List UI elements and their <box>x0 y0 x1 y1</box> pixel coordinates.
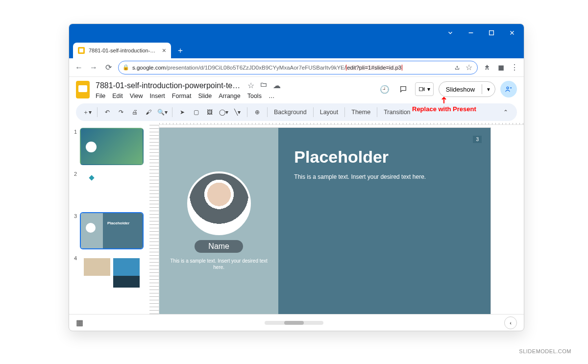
shape-tool[interactable]: ◯▾ <box>218 109 229 116</box>
window-dropdown-icon[interactable] <box>446 29 454 37</box>
menu-arrange[interactable]: Arrange <box>219 93 240 99</box>
window-maximize-button[interactable] <box>488 29 495 37</box>
browser-tab[interactable]: 7881-01-self-introduction-powe × <box>73 43 171 58</box>
menu-edit[interactable]: Edit <box>112 93 123 99</box>
explore-button[interactable]: ‹ <box>504 316 517 329</box>
document-title[interactable]: 7881-01-self-introduction-powerpoint-tem… <box>96 81 243 90</box>
share-url-icon[interactable] <box>453 64 462 71</box>
image-tool[interactable]: 🖼 <box>204 109 215 116</box>
star-icon[interactable]: ☆ <box>247 81 255 90</box>
paint-format-button[interactable]: 🖌 <box>143 109 154 116</box>
name-pill[interactable]: Name <box>195 240 243 253</box>
zoom-button[interactable]: 🔍▾ <box>157 109 168 116</box>
nav-forward-button[interactable]: → <box>89 63 98 72</box>
browser-tabstrip: 7881-01-self-introduction-powe × ＋ <box>69 42 524 58</box>
left-subtext[interactable]: This is a sample text. Insert your desir… <box>164 258 273 270</box>
toolbar-layout[interactable]: Layout <box>318 109 341 116</box>
nav-back-button[interactable]: ← <box>74 63 84 72</box>
window-minimize-button[interactable] <box>467 29 475 37</box>
slide-thumbnail-1[interactable] <box>80 128 144 165</box>
menu-view[interactable]: View <box>130 93 143 99</box>
undo-button[interactable]: ↶ <box>102 109 113 116</box>
url-text: s.google.com/presentation/d/1D9CiL08o5T6… <box>132 65 450 71</box>
svg-rect-0 <box>490 31 494 35</box>
slide-body[interactable]: This is a sample text. Insert your desir… <box>294 173 475 180</box>
browser-toolbar: ← → ⟳ 🔒 s.google.com/presentation/d/1D9C… <box>69 58 524 77</box>
tab-close-icon[interactable]: × <box>162 47 166 54</box>
slide-canvas[interactable]: 3 Name This is a sample text. Insert you… <box>159 125 524 314</box>
thumb-number: 1 <box>72 128 77 165</box>
url-highlight: edit?pli=1#slide=id.p3 <box>346 65 402 71</box>
new-tab-button[interactable]: ＋ <box>174 44 187 57</box>
extensions-icon[interactable] <box>483 64 491 71</box>
comments-icon[interactable] <box>396 82 410 96</box>
print-button[interactable]: 🖨 <box>129 109 140 116</box>
slideshow-dropdown-icon[interactable]: ▼ <box>482 87 495 92</box>
slide-title[interactable]: Placeholder <box>294 147 475 167</box>
menu-format[interactable]: Format <box>172 93 192 99</box>
move-folder-icon[interactable] <box>260 81 268 90</box>
doc-header: 7881-01-self-introduction-powerpoint-tem… <box>69 77 524 101</box>
vertical-ruler <box>149 125 159 314</box>
slides-favicon <box>78 47 85 54</box>
watermark: SLIDEMODEL.COM <box>519 348 571 354</box>
status-bar: ▦ ‹ <box>69 314 524 331</box>
edit-area: 1 2 3 Placeholder 4 <box>69 123 524 314</box>
toolbar-collapse-icon[interactable]: ⌃ <box>500 109 511 116</box>
share-button[interactable] <box>500 81 517 97</box>
toolbar-theme[interactable]: Theme <box>349 109 372 116</box>
header-actions: 🕘 ▾ Slideshow ▼ <box>378 81 517 97</box>
select-tool[interactable]: ➤ <box>177 109 188 116</box>
lock-icon: 🔒 <box>122 64 129 71</box>
slides-logo-icon[interactable] <box>76 81 90 98</box>
slide-content[interactable]: 3 Name This is a sample text. Insert you… <box>159 128 490 314</box>
present-meet-button[interactable]: ▾ <box>415 82 434 96</box>
menu-insert[interactable]: Insert <box>150 93 165 99</box>
slide-left-column: Name This is a sample text. Insert your … <box>159 128 278 314</box>
bookmark-star-icon[interactable]: ☆ <box>465 63 473 72</box>
browser-menu-icon[interactable]: ⋮ <box>510 63 519 72</box>
slide-thumbnail-4[interactable] <box>80 254 144 291</box>
address-bar[interactable]: 🔒 s.google.com/presentation/d/1D9CiL08o5… <box>118 61 478 74</box>
menu-bar: File Edit View Insert Format Slide Arran… <box>96 93 372 99</box>
browser-window: 7881-01-self-introduction-powe × ＋ ← → ⟳… <box>69 24 524 331</box>
slide-right-column: Placeholder This is a sample text. Inser… <box>278 128 490 314</box>
menu-more[interactable]: … <box>269 93 275 99</box>
toolbar-background[interactable]: Background <box>272 109 309 116</box>
svg-point-1 <box>507 87 509 89</box>
account-icon[interactable]: ◼ <box>496 63 505 72</box>
menu-file[interactable]: File <box>96 93 105 99</box>
toolbar-transition[interactable]: Transition <box>382 109 412 116</box>
slideshow-label: Slideshow <box>439 86 482 93</box>
new-slide-button[interactable]: ＋▾ <box>82 108 93 117</box>
slide-thumbnail-3[interactable]: Placeholder <box>80 212 144 249</box>
window-close-button[interactable] <box>508 29 516 37</box>
avatar-placeholder[interactable] <box>187 171 251 235</box>
thumb-number: 3 <box>72 212 77 249</box>
textbox-tool[interactable]: ▢ <box>191 109 201 116</box>
line-tool[interactable]: ╲▾ <box>232 109 243 116</box>
thumb-number: 2 <box>72 170 77 207</box>
slide-thumbnail-2[interactable] <box>80 170 144 207</box>
cloud-status-icon[interactable]: ☁ <box>273 81 281 90</box>
edit-toolbar: ＋▾ ↶ ↷ 🖨 🖌 🔍▾ ➤ ▢ 🖼 ◯▾ ╲▾ ⊕ Background L… <box>76 103 517 121</box>
tab-title: 7881-01-self-introduction-powe <box>89 48 158 53</box>
menu-slide[interactable]: Slide <box>198 93 212 99</box>
history-icon[interactable]: 🕘 <box>378 82 392 96</box>
comment-add-button[interactable]: ⊕ <box>252 109 263 116</box>
redo-button[interactable]: ↷ <box>116 109 126 116</box>
horizontal-scrollbar[interactable] <box>265 321 323 325</box>
slide-panel[interactable]: 1 2 3 Placeholder 4 <box>69 123 149 314</box>
nav-reload-button[interactable]: ⟳ <box>103 63 113 72</box>
grid-view-icon[interactable]: ▦ <box>76 318 83 327</box>
thumb-number: 4 <box>72 254 77 291</box>
slideshow-button[interactable]: Slideshow ▼ <box>439 81 495 97</box>
menu-tools[interactable]: Tools <box>247 93 262 99</box>
window-titlebar <box>69 24 524 42</box>
